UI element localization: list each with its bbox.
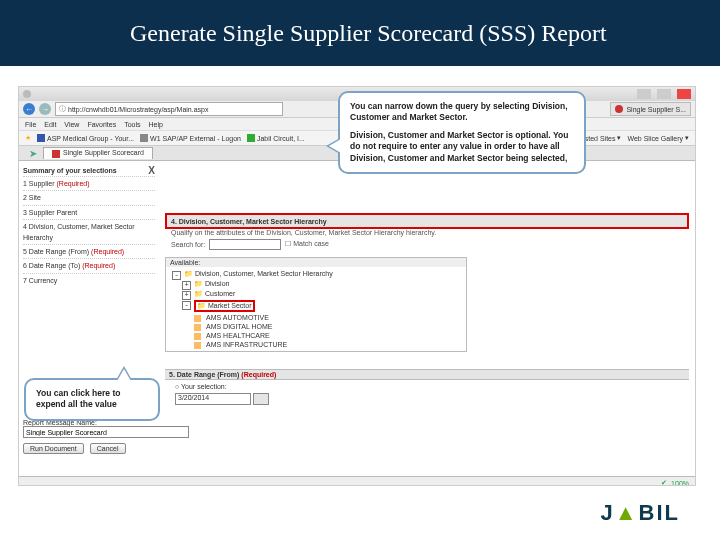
forward-button[interactable]: → xyxy=(39,103,51,115)
menu-help[interactable]: Help xyxy=(149,121,163,128)
security-icon: ✔ xyxy=(661,479,667,486)
bookmark-item[interactable]: Web Slice Gallery ▾ xyxy=(627,134,689,142)
bookmark-item[interactable]: Jabil Circuit, I... xyxy=(247,134,305,142)
index-item[interactable]: 7 Currency xyxy=(23,273,155,287)
index-item[interactable]: 2 Site xyxy=(23,190,155,204)
available-tree: Available: 📁 Division, Customer, Market … xyxy=(165,257,467,352)
cancel-button[interactable]: Cancel xyxy=(90,443,126,454)
section-5-sub: ○ Your selection: xyxy=(175,383,679,390)
collapse-index-button[interactable]: X xyxy=(148,163,155,179)
close-button[interactable] xyxy=(677,89,691,99)
maximize-button[interactable] xyxy=(657,89,671,99)
action-buttons: Run Document Cancel xyxy=(23,443,126,454)
menu-favorites[interactable]: Favorites xyxy=(87,121,116,128)
index-item[interactable]: 4 Division, Customer, Market Sector Hier… xyxy=(23,219,155,244)
index-item[interactable]: 5 Date Range (From) (Required) xyxy=(23,244,155,258)
search-input[interactable] xyxy=(209,239,281,250)
menu-edit[interactable]: Edit xyxy=(44,121,56,128)
menu-view[interactable]: View xyxy=(64,121,79,128)
section-4-search-row: Search for: ☐ Match case xyxy=(165,239,689,249)
address-bar[interactable]: ⓘhttp://cnwhdb01/Microstrategy/asp/Main.… xyxy=(55,102,283,116)
section-4-subtitle: Qualify on the attributes of the Divisio… xyxy=(165,227,689,237)
minimize-button[interactable] xyxy=(637,89,651,99)
date-input[interactable]: 3/20/2014 xyxy=(175,393,251,405)
tree-leaf[interactable]: AMS HEALTHCARE xyxy=(194,331,460,340)
available-label: Available: xyxy=(166,258,466,267)
bookmark-item[interactable]: W1 SAP/AP External - Logon xyxy=(140,134,241,142)
jabil-logo: J▲BIL xyxy=(601,500,680,526)
index-item[interactable]: 6 Date Range (To) (Required) xyxy=(23,258,155,272)
status-bar: ✔ 100% xyxy=(19,476,695,486)
tab-favicon-icon xyxy=(615,105,623,113)
report-name-input[interactable] xyxy=(23,426,189,438)
prompt-index: X Summary of your selections 1 Supplier … xyxy=(23,165,155,287)
bookmark-item[interactable]: ASP Medical Group - Your... xyxy=(37,134,134,142)
menu-file[interactable]: File xyxy=(25,121,36,128)
tree-leaf[interactable]: AMS AUTOMOTIVE xyxy=(194,313,460,322)
bookmark-icon xyxy=(140,134,148,142)
app-icon xyxy=(23,90,31,98)
report-prompt-area: X Summary of your selections 1 Supplier … xyxy=(19,161,695,486)
index-item[interactable]: 1 Supplier (Required) xyxy=(23,176,155,190)
run-document-button[interactable]: Run Document xyxy=(23,443,84,454)
browser-tab[interactable]: Single Supplier S... xyxy=(610,102,691,116)
nav-arrow-icon[interactable]: ➤ xyxy=(29,148,37,159)
section-5: 5. Date Range (From) (Required) ○ Your s… xyxy=(165,369,689,408)
index-header: Summary of your selections xyxy=(23,165,155,176)
report-name-row: Report Message Name: xyxy=(23,419,689,438)
index-item[interactable]: 3 Supplier Parent xyxy=(23,205,155,219)
tree-leaf[interactable]: AMS DIGITAL HOME xyxy=(194,322,460,331)
tree-leaf[interactable]: AMS INFRASTRUCTURE xyxy=(194,340,460,349)
callout-narrow-query: You can narrow down the query by selecti… xyxy=(338,91,586,174)
tree-root[interactable]: 📁 Division, Customer, Market Sector Hier… xyxy=(172,269,460,279)
menu-tools[interactable]: Tools xyxy=(124,121,140,128)
bookmark-icon xyxy=(247,134,255,142)
expand-highlight: 📁 Market Sector xyxy=(194,300,255,312)
section-5-header: 5. Date Range (From) (Required) xyxy=(165,369,689,380)
date-picker-button[interactable] xyxy=(253,393,269,405)
slide-title-bar: Generate Single Supplier Scorecard (SSS)… xyxy=(0,0,720,66)
callout-expand-value: You can click here to expend all the val… xyxy=(24,378,160,421)
back-button[interactable]: ← xyxy=(23,103,35,115)
slide-title: Generate Single Supplier Scorecard (SSS)… xyxy=(130,20,607,47)
zoom-level[interactable]: 100% xyxy=(671,480,689,487)
doc-icon xyxy=(52,150,60,158)
bookmark-icon xyxy=(37,134,45,142)
tree-node-customer[interactable]: 📁 Customer xyxy=(182,289,460,299)
favorites-star-icon[interactable]: ★ xyxy=(25,134,31,142)
tree-node-market-sector[interactable]: 📁 Market Sector xyxy=(182,299,460,313)
match-case-checkbox[interactable]: ☐ Match case xyxy=(285,240,329,248)
document-tab[interactable]: Single Supplier Scorecard xyxy=(43,147,153,158)
tree-node-division[interactable]: 📁 Division xyxy=(182,279,460,289)
